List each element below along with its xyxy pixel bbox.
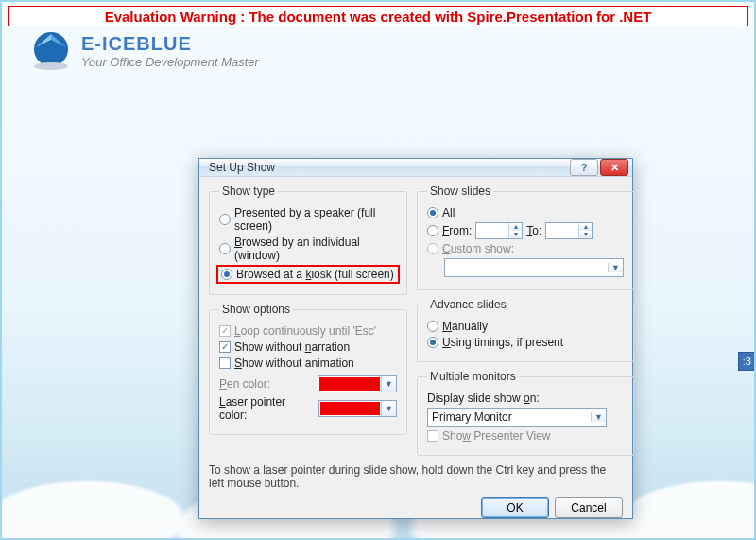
chevron-down-icon[interactable]: ▼ [381,376,396,392]
show-slides-legend: Show slides [427,184,493,198]
check-no-animation[interactable]: Show without animation [219,357,397,370]
radio-browsed-individual[interactable]: Browsed by an individual (window) [219,235,397,262]
side-tag: :3 [738,352,756,371]
advance-legend: Advance slides [427,298,509,311]
show-slides-group: Show slides All From: ▲▼ To: ▲▼ Cu [417,184,634,290]
laser-color-label: Laser pointer color: [219,395,315,422]
monitors-legend: Multiple monitors [427,370,519,383]
pen-color-label: Pen color: [219,377,314,391]
radio-from-slides[interactable] [427,225,438,236]
show-options-group: Show options Loop continuously until 'Es… [209,303,407,435]
show-type-legend: Show type [219,184,278,198]
show-options-legend: Show options [219,303,293,316]
to-label: To: [526,224,541,237]
radio-using-timings[interactable]: Using timings, if present [427,336,624,349]
advance-slides-group: Advance slides Manually Using timings, i… [417,298,634,362]
multiple-monitors-group: Multiple monitors Display slide show on:… [417,370,634,456]
dialog-titlebar[interactable]: Set Up Show ? ✕ [199,159,632,177]
brand-tagline: Your Office Development Master [81,55,259,69]
monitor-combo[interactable]: Primary Monitor▼ [427,408,607,427]
custom-show-combo: ▼ [444,258,624,277]
from-spinner[interactable]: ▲▼ [475,222,523,239]
radio-presented-speaker[interactable]: Presented by a speaker (full screen) [219,206,397,233]
ok-button[interactable]: OK [481,497,549,518]
check-no-narration[interactable]: Show without narration [219,340,397,354]
from-label: From: [442,224,472,237]
display-on-label: Display slide show on: [427,392,624,405]
radio-browsed-kiosk[interactable]: Browsed at a kiosk (full screen) [216,265,400,284]
help-button[interactable]: ? [570,159,598,176]
to-spinner[interactable]: ▲▼ [545,222,593,239]
pen-color-picker[interactable]: ▼ [318,375,397,392]
svg-point-1 [34,62,68,70]
cancel-button[interactable]: Cancel [555,497,623,518]
brand-block: E-ICEBLUE Your Office Development Master [30,30,259,72]
footer-note: To show a laser pointer during slide sho… [209,463,623,490]
setup-show-dialog: Set Up Show ? ✕ Show type Presented by a… [198,158,633,519]
radio-manually[interactable]: Manually [427,320,624,333]
chevron-down-icon[interactable]: ▼ [381,401,396,416]
dialog-title: Set Up Show [209,161,568,174]
chevron-down-icon: ▼ [608,263,623,272]
check-loop: Loop continuously until 'Esc' [219,324,397,338]
laser-color-picker[interactable]: ▼ [318,400,397,417]
close-button[interactable]: ✕ [600,159,628,176]
evaluation-warning: Evaluation Warning : The document was cr… [8,6,748,26]
brand-name: E-ICEBLUE [81,33,259,55]
check-presenter-view: Show Presenter View [427,429,624,443]
radio-all-slides[interactable]: All [427,206,624,219]
chevron-down-icon[interactable]: ▼ [591,412,606,422]
brand-logo-icon [30,30,72,72]
show-type-group: Show type Presented by a speaker (full s… [209,184,407,295]
radio-custom-show: Custom show: [427,242,624,255]
